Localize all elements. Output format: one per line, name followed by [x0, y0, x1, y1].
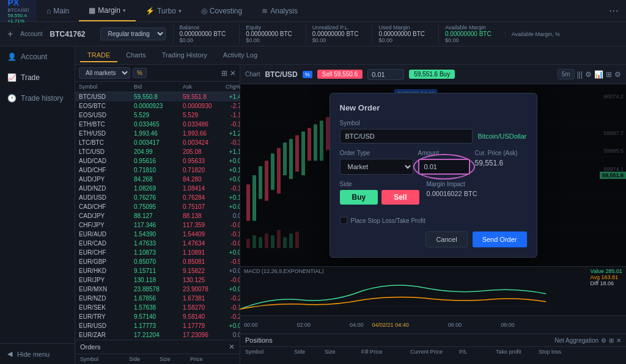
nav-item-turbo[interactable]: ⚡ Turbo ▾ — [136, 0, 191, 21]
chart-tool-more[interactable]: ⊞ — [606, 70, 612, 79]
market-row[interactable]: ETH/USD 1,993.46 1,993.66 +1.29% — [75, 129, 240, 138]
nav-item-covesting[interactable]: ◎ Covesting — [191, 0, 252, 21]
amount-input[interactable] — [418, 159, 470, 175]
market-row[interactable]: EUR/NZD 1.67856 1.67381 -0.21% — [75, 294, 240, 303]
market-actions: ⊞ ✕ — [221, 69, 236, 78]
market-row[interactable]: EUR/CHF 1.10873 1.10891 +0.01% — [75, 248, 240, 257]
positions-header: Positions Net Aggregation ⚙ ⊞ ✕ — [240, 334, 626, 347]
cancel-button[interactable]: Cancel — [425, 231, 467, 247]
available-margin-pct-stat: Available Margin, % — [505, 31, 566, 37]
available-margin-stat: Available Margin 0.00000000 BTC $0.00 — [438, 24, 498, 43]
positions-close-icon[interactable]: ✕ — [616, 337, 621, 344]
market-row[interactable]: EUR/GBP 0.85070 0.85081 -0.95% — [75, 257, 240, 266]
chart-tool-lines[interactable]: ||| — [577, 70, 583, 79]
tab-trade[interactable]: TRADE — [80, 49, 117, 62]
market-row[interactable]: AUD/CAD 0.95616 0.95633 +0.07% — [75, 156, 240, 166]
sell-button-header[interactable]: Sell 59,550.6 — [317, 70, 363, 79]
side-buttons: Buy Sell — [340, 190, 419, 205]
market-row[interactable]: EUR/JPY 130.118 130.125 -0.08% — [75, 275, 240, 285]
market-row[interactable]: EUR/HKD 9.15711 9.15822 +0.00% — [75, 266, 240, 275]
positions-title: Positions — [245, 337, 273, 344]
net-aggregation-label: Net Aggregation — [554, 337, 598, 344]
market-row[interactable]: ETH/BTC 0.033465 0.033486 -0.15% — [75, 120, 240, 129]
market-filter-dropdown[interactable]: All markets — [79, 67, 130, 79]
positions-expand-icon[interactable]: ⊞ — [609, 337, 614, 344]
buy-side-button[interactable]: Buy — [340, 190, 378, 205]
stop-loss-checkbox[interactable] — [340, 217, 347, 224]
macd-chart — [240, 278, 626, 315]
logo[interactable]: PX BTC/USD 59,550.4 +1.71% — [0, 0, 37, 21]
market-row[interactable]: AUD/JPY 84.268 84.280 +0.05% — [75, 175, 240, 184]
chart-tool-indicators[interactable]: 📊 — [594, 70, 603, 79]
market-row[interactable]: EOS/BTC 0.0000923 0.0000930 -2.74% — [75, 101, 240, 111]
sell-side-button[interactable]: Sell — [381, 190, 419, 205]
market-row[interactable]: EUR/SEK 1.57638 1.58270 -0.11% — [75, 303, 240, 312]
market-row[interactable]: AUD/CHF 0.71810 0.71820 +0.12% — [75, 166, 240, 175]
nav-dots-button[interactable]: ⋯ — [609, 5, 619, 16]
panels: All markets % ⊞ ✕ Symbol Bid Ask Chg% — [75, 65, 626, 364]
order-type-select[interactable]: Market — [340, 159, 413, 175]
buy-button-header[interactable]: 59,551.6 Buy — [409, 70, 455, 79]
symbol-input[interactable] — [340, 129, 473, 144]
hide-menu-button[interactable]: ◀ Hide menu — [0, 344, 75, 364]
tab-trading-history[interactable]: Trading History — [155, 49, 215, 62]
add-account-button[interactable]: + — [7, 29, 13, 40]
timeline-label-1: 00:00 — [244, 322, 258, 328]
account-name: BTC41762 — [50, 30, 85, 38]
market-row[interactable]: CAD/JPY 88.127 88.138 0.00% — [75, 211, 240, 220]
market-row[interactable]: BTC/USD 59,550.8 59,551.8 +1.45% — [75, 92, 240, 101]
sidebar-item-trade[interactable]: 📈 Trade — [0, 67, 75, 88]
market-row[interactable]: CAD/CHF 0.75095 0.75107 +0.05% — [75, 202, 240, 211]
timeframe-button[interactable]: 5m — [558, 69, 575, 79]
nav-item-main[interactable]: ⌂ Main — [37, 0, 79, 21]
tab-charts[interactable]: Charts — [119, 49, 153, 62]
chart-header: Chart BTC/USD % Sell 59,550.6 59,551.6 B… — [240, 65, 626, 84]
sidebar-item-account[interactable]: 👤 Account — [0, 46, 75, 67]
orders-close-icon[interactable]: ✕ — [229, 343, 235, 351]
sidebar-bottom: ◀ Hide menu — [0, 343, 75, 364]
market-row[interactable]: AUD/USD 0.76276 0.76284 +0.17% — [75, 193, 240, 202]
content-area: TRADE Charts Trading History Activity Lo… — [75, 46, 626, 364]
market-row[interactable]: EOS/USD 5.529 5.529 -1.13% — [75, 111, 240, 120]
sidebar-item-trade-history[interactable]: 🕐 Trade history — [0, 88, 75, 109]
market-row[interactable]: EUR/TRY 9.57140 9.58140 -0.23% — [75, 312, 240, 321]
home-icon: ⌂ — [46, 7, 51, 15]
market-row[interactable]: LTC/USD 204.99 205.08 +1.15% — [75, 147, 240, 156]
chart-tool-settings[interactable]: ⚙ — [585, 70, 592, 79]
chart-amount-input[interactable] — [367, 69, 404, 80]
market-pct-filter[interactable]: % — [133, 68, 147, 78]
positions-settings-icon[interactable]: ⚙ — [601, 337, 606, 344]
market-row[interactable]: EUR/AUD 1.54390 1.54409 -0.12% — [75, 230, 240, 239]
timeline-scrollbar[interactable]: 00:00 02:00 04:00 04/02/21 04:40 06:00 0… — [240, 315, 626, 333]
nav-item-analysis[interactable]: ≋ Analysis — [252, 0, 307, 21]
order-type-amount-row: Order Type Market Amount — [340, 150, 527, 175]
timeline-label-2: 02:00 — [297, 322, 311, 328]
logo-icon: PX — [7, 0, 29, 7]
top-navigation: PX BTC/USD 59,550.4 +1.71% ⌂ Main ▦ Marg… — [0, 0, 626, 22]
modal-overlay: New Order Symbol Bitcoin/USDollar — [240, 84, 626, 266]
market-row[interactable]: LTC/BTC 0.003417 0.003424 -0.35% — [75, 138, 240, 147]
nav-item-margin[interactable]: ▦ Margin ▾ — [79, 0, 136, 21]
send-order-button[interactable]: Send Order — [473, 231, 527, 247]
timeline-label-4: 06:00 — [448, 322, 462, 328]
orders-header: Orders ✕ — [75, 340, 240, 354]
trading-mode-select[interactable]: Regular trading — [100, 27, 166, 40]
equity-stat: Equity 0.00000000 BTC $0.00 — [239, 24, 298, 43]
analysis-icon: ≋ — [262, 7, 268, 15]
market-row[interactable]: EUR/ZAR 17.21204 17.23096 0.00% — [75, 330, 240, 340]
account-bar: + Account BTC41762 Regular trading Balan… — [0, 22, 626, 46]
bolt-icon: ⚡ — [145, 7, 155, 15]
market-row[interactable]: EUR/USD 1.17773 1.17779 +0.02% — [75, 321, 240, 330]
tab-activity-log[interactable]: Activity Log — [216, 49, 265, 62]
market-row[interactable]: EUR/CAD 1.47633 1.47634 -0.07% — [75, 239, 240, 248]
market-header: All markets % ⊞ ✕ — [75, 65, 240, 82]
market-search-icon[interactable]: ⊞ — [221, 69, 227, 78]
market-row[interactable]: CHF/JPY 117.346 117.359 -0.06% — [75, 220, 240, 230]
sidebar: 👤 Account 📈 Trade 🕐 Trade history ◀ Hide… — [0, 46, 75, 364]
turbo-dropdown-icon: ▾ — [179, 8, 182, 14]
chart-tool-gear[interactable]: ⚙ — [614, 70, 621, 79]
market-row[interactable]: AUD/NZD 1.08269 1.08414 -0.10% — [75, 184, 240, 193]
market-row[interactable]: EUR/MXN 23.88578 23.90078 +0.02% — [75, 285, 240, 294]
orders-section: Orders ✕ Symbol Side Size Price — [75, 340, 240, 364]
market-close-icon[interactable]: ✕ — [230, 69, 236, 78]
